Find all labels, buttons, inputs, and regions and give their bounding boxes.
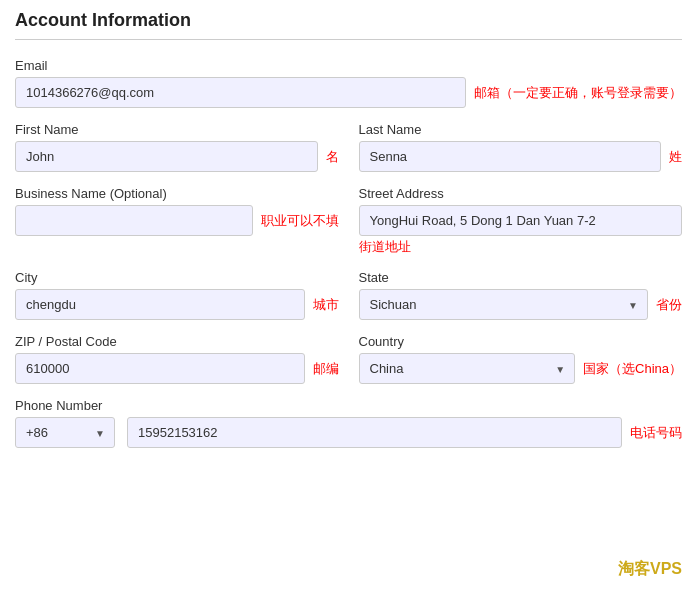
streetaddress-label: Street Address bbox=[359, 186, 683, 201]
lastname-input[interactable] bbox=[359, 141, 662, 172]
firstname-annotation: 名 bbox=[326, 148, 339, 166]
phone-annotation: 电话号码 bbox=[630, 424, 682, 442]
state-label: State bbox=[359, 270, 683, 285]
zip-annotation: 邮编 bbox=[313, 360, 339, 378]
firstname-label: First Name bbox=[15, 122, 339, 137]
phone-code-select[interactable]: +86 bbox=[15, 417, 115, 448]
phone-input[interactable] bbox=[127, 417, 622, 448]
city-label: City bbox=[15, 270, 339, 285]
country-label: Country bbox=[359, 334, 683, 349]
businessname-input[interactable] bbox=[15, 205, 253, 236]
country-select[interactable]: China bbox=[359, 353, 576, 384]
email-input[interactable] bbox=[15, 77, 466, 108]
streetaddress-annotation: 街道地址 bbox=[359, 238, 683, 256]
zip-input[interactable] bbox=[15, 353, 305, 384]
state-annotation: 省份 bbox=[656, 296, 682, 314]
lastname-label: Last Name bbox=[359, 122, 683, 137]
businessname-annotation: 职业可以不填 bbox=[261, 212, 339, 230]
zip-label: ZIP / Postal Code bbox=[15, 334, 339, 349]
watermark: 淘客VPS bbox=[618, 559, 682, 580]
city-annotation: 城市 bbox=[313, 296, 339, 314]
firstname-input[interactable] bbox=[15, 141, 318, 172]
streetaddress-input[interactable] bbox=[359, 205, 683, 236]
businessname-label: Business Name (Optional) bbox=[15, 186, 339, 201]
lastname-annotation: 姓 bbox=[669, 148, 682, 166]
email-label: Email bbox=[15, 58, 682, 73]
country-annotation: 国家（选China） bbox=[583, 360, 682, 378]
state-select[interactable]: Sichuan bbox=[359, 289, 649, 320]
phone-label: Phone Number bbox=[15, 398, 682, 413]
email-annotation: 邮箱（一定要正确，账号登录需要） bbox=[474, 84, 682, 102]
city-input[interactable] bbox=[15, 289, 305, 320]
page-title: Account Information bbox=[15, 10, 682, 31]
